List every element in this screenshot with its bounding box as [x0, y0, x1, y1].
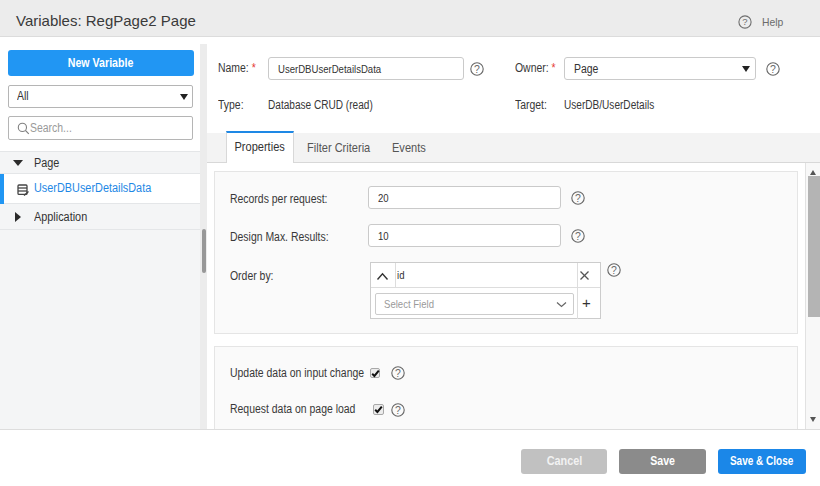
svg-text:?: ? [770, 62, 776, 74]
svg-text:?: ? [575, 229, 581, 241]
svg-text:?: ? [395, 367, 401, 379]
svg-text:?: ? [474, 62, 480, 74]
svg-text:?: ? [611, 263, 617, 275]
svg-text:?: ? [575, 191, 581, 203]
svg-text:?: ? [395, 403, 401, 415]
svg-text:?: ? [742, 16, 747, 27]
